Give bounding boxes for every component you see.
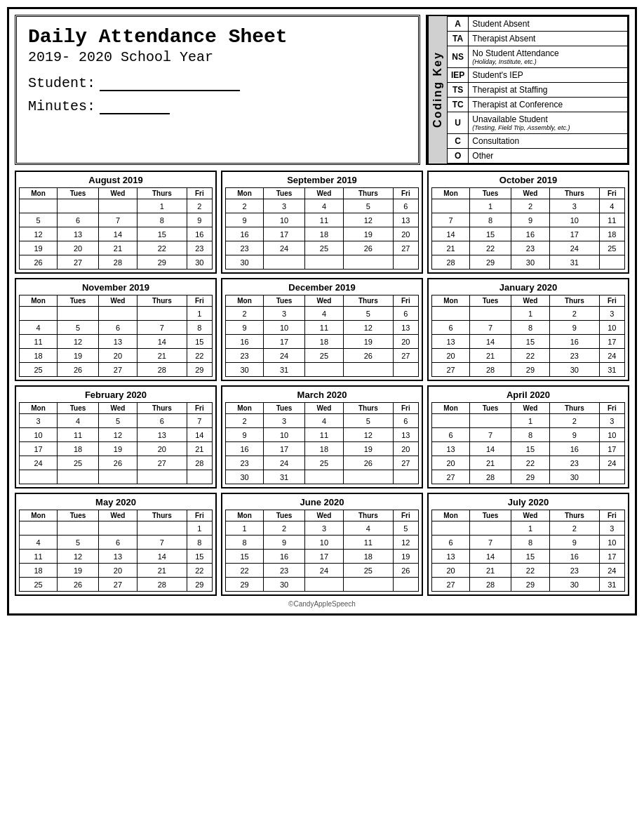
calendar-day[interactable]: 9 [549, 428, 599, 442]
calendar-day[interactable]: 30 [511, 255, 549, 270]
calendar-day[interactable]: 16 [549, 550, 599, 564]
calendar-day[interactable]: 31 [264, 470, 305, 484]
calendar-day[interactable]: 13 [432, 442, 470, 456]
calendar-day[interactable]: 29 [470, 255, 511, 270]
calendar-day[interactable] [58, 307, 99, 321]
calendar-day[interactable]: 21 [137, 564, 187, 578]
calendar-day[interactable]: 13 [432, 335, 470, 349]
calendar-day[interactable]: 11 [20, 335, 58, 349]
calendar-day[interactable]: 23 [549, 456, 599, 470]
minutes-underline[interactable] [100, 97, 170, 114]
calendar-day[interactable]: 29 [137, 255, 187, 270]
calendar-day[interactable] [20, 307, 58, 321]
calendar-day[interactable]: 7 [470, 321, 511, 335]
calendar-day[interactable]: 8 [470, 213, 511, 227]
calendar-day[interactable]: 6 [58, 213, 99, 227]
calendar-day[interactable]: 11 [304, 428, 343, 442]
calendar-day[interactable]: 11 [58, 428, 99, 442]
calendar-day[interactable]: 4 [58, 414, 99, 428]
calendar-day[interactable]: 17 [304, 550, 343, 564]
calendar-day[interactable]: 23 [226, 456, 264, 470]
calendar-day[interactable]: 9 [264, 536, 305, 550]
calendar-day[interactable]: 20 [432, 349, 470, 363]
calendar-day[interactable]: 24 [264, 456, 305, 470]
calendar-day[interactable]: 12 [343, 321, 393, 335]
calendar-day[interactable]: 16 [549, 442, 599, 456]
calendar-day[interactable] [393, 363, 418, 377]
calendar-day[interactable]: 19 [393, 550, 418, 564]
calendar-day[interactable]: 5 [98, 414, 137, 428]
calendar-day[interactable]: 2 [187, 199, 212, 213]
calendar-day[interactable]: 10 [264, 321, 305, 335]
calendar-day[interactable]: 22 [511, 456, 549, 470]
calendar-day[interactable]: 27 [432, 578, 470, 592]
calendar-day[interactable] [98, 521, 137, 536]
calendar-day[interactable]: 27 [432, 363, 470, 377]
calendar-day[interactable]: 30 [549, 578, 599, 592]
calendar-day[interactable]: 28 [137, 363, 187, 377]
calendar-day[interactable]: 2 [226, 414, 264, 428]
calendar-day[interactable]: 26 [20, 255, 58, 270]
calendar-day[interactable] [98, 307, 137, 321]
calendar-day[interactable]: 24 [264, 349, 305, 363]
calendar-day[interactable]: 13 [432, 550, 470, 564]
calendar-day[interactable]: 25 [304, 349, 343, 363]
calendar-day[interactable]: 29 [226, 578, 264, 592]
calendar-day[interactable]: 9 [226, 321, 264, 335]
calendar-day[interactable]: 8 [511, 536, 549, 550]
calendar-day[interactable] [343, 363, 393, 377]
calendar-day[interactable]: 7 [432, 213, 470, 227]
calendar-day[interactable]: 25 [58, 456, 99, 470]
calendar-day[interactable]: 13 [393, 213, 418, 227]
calendar-day[interactable]: 27 [98, 578, 137, 592]
calendar-day[interactable]: 27 [137, 456, 187, 470]
calendar-day[interactable]: 30 [226, 255, 264, 270]
calendar-day[interactable] [599, 470, 624, 484]
calendar-day[interactable]: 7 [470, 536, 511, 550]
calendar-day[interactable]: 12 [393, 536, 418, 550]
calendar-day[interactable]: 9 [549, 321, 599, 335]
calendar-day[interactable] [137, 521, 187, 536]
calendar-day[interactable]: 22 [511, 349, 549, 363]
calendar-day[interactable]: 20 [393, 227, 418, 241]
calendar-day[interactable]: 3 [599, 521, 624, 536]
calendar-day[interactable]: 23 [264, 564, 305, 578]
calendar-day[interactable]: 3 [264, 414, 305, 428]
calendar-day[interactable]: 12 [98, 428, 137, 442]
calendar-day[interactable]: 22 [137, 241, 187, 255]
calendar-day[interactable]: 12 [343, 213, 393, 227]
calendar-day[interactable]: 13 [98, 335, 137, 349]
calendar-day[interactable]: 7 [187, 414, 212, 428]
calendar-day[interactable]: 15 [187, 550, 212, 564]
calendar-day[interactable] [343, 470, 393, 484]
calendar-day[interactable] [58, 199, 99, 213]
calendar-day[interactable]: 19 [343, 335, 393, 349]
calendar-day[interactable] [470, 521, 511, 536]
calendar-day[interactable] [98, 199, 137, 213]
calendar-day[interactable]: 25 [304, 456, 343, 470]
calendar-day[interactable]: 9 [226, 213, 264, 227]
calendar-day[interactable]: 17 [264, 335, 305, 349]
calendar-day[interactable]: 16 [549, 335, 599, 349]
calendar-day[interactable]: 16 [264, 550, 305, 564]
calendar-day[interactable] [304, 363, 343, 377]
calendar-day[interactable]: 19 [58, 564, 99, 578]
calendar-day[interactable]: 30 [549, 470, 599, 484]
calendar-day[interactable]: 5 [343, 199, 393, 213]
calendar-day[interactable]: 18 [20, 349, 58, 363]
calendar-day[interactable]: 21 [470, 564, 511, 578]
calendar-day[interactable]: 16 [226, 335, 264, 349]
calendar-day[interactable]: 16 [226, 442, 264, 456]
calendar-day[interactable]: 14 [98, 227, 137, 241]
calendar-day[interactable]: 6 [137, 414, 187, 428]
calendar-day[interactable]: 13 [98, 550, 137, 564]
calendar-day[interactable]: 4 [304, 307, 343, 321]
calendar-day[interactable]: 3 [549, 199, 599, 213]
calendar-day[interactable]: 20 [432, 456, 470, 470]
calendar-day[interactable]: 12 [343, 428, 393, 442]
calendar-day[interactable]: 9 [511, 213, 549, 227]
calendar-day[interactable]: 24 [20, 456, 58, 470]
calendar-day[interactable]: 29 [187, 363, 212, 377]
calendar-day[interactable] [20, 470, 58, 484]
calendar-day[interactable]: 8 [187, 321, 212, 335]
